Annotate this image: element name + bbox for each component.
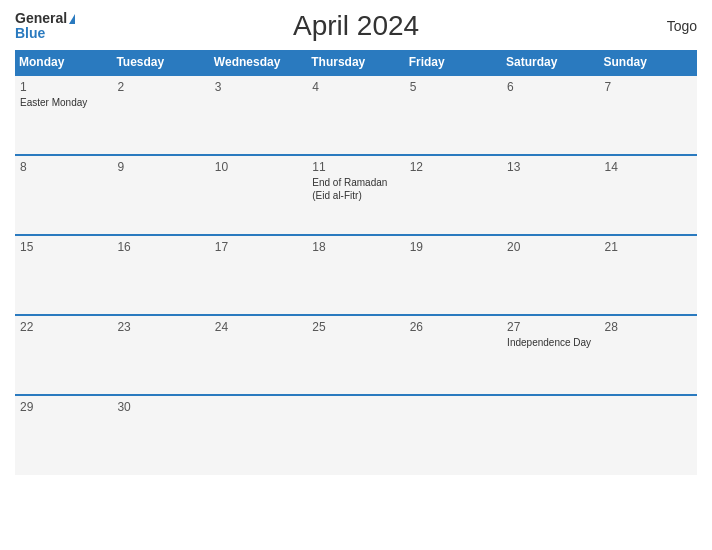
- header-wednesday: Wednesday: [210, 50, 307, 75]
- day-number: 13: [507, 160, 594, 174]
- calendar-table: Monday Tuesday Wednesday Thursday Friday…: [15, 50, 697, 475]
- calendar-day-cell: 12: [405, 155, 502, 235]
- calendar-day-cell: 27Independence Day: [502, 315, 599, 395]
- calendar-week-row: 1Easter Monday234567: [15, 75, 697, 155]
- calendar-day-cell: 22: [15, 315, 112, 395]
- day-number: 23: [117, 320, 204, 334]
- calendar-day-cell: [210, 395, 307, 475]
- calendar-day-cell: 10: [210, 155, 307, 235]
- header-thursday: Thursday: [307, 50, 404, 75]
- calendar-day-cell: 13: [502, 155, 599, 235]
- logo: General Blue: [15, 11, 75, 42]
- calendar-day-cell: 4: [307, 75, 404, 155]
- calendar-day-cell: 30: [112, 395, 209, 475]
- calendar-day-cell: 8: [15, 155, 112, 235]
- day-number: 2: [117, 80, 204, 94]
- logo-blue-text: Blue: [15, 26, 75, 41]
- day-number: 7: [605, 80, 692, 94]
- calendar-day-cell: 20: [502, 235, 599, 315]
- day-number: 30: [117, 400, 204, 414]
- calendar-day-cell: 17: [210, 235, 307, 315]
- calendar-day-cell: [405, 395, 502, 475]
- day-number: 11: [312, 160, 399, 174]
- calendar-day-cell: 14: [600, 155, 697, 235]
- calendar-week-row: 891011End of Ramadan (Eid al-Fitr)121314: [15, 155, 697, 235]
- event-text: End of Ramadan (Eid al-Fitr): [312, 177, 387, 201]
- header-tuesday: Tuesday: [112, 50, 209, 75]
- calendar-day-cell: 9: [112, 155, 209, 235]
- day-number: 16: [117, 240, 204, 254]
- calendar-day-cell: 16: [112, 235, 209, 315]
- day-number: 14: [605, 160, 692, 174]
- calendar-day-cell: 19: [405, 235, 502, 315]
- calendar-header: General Blue April 2024 Togo: [15, 10, 697, 42]
- day-number: 6: [507, 80, 594, 94]
- day-number: 1: [20, 80, 107, 94]
- day-number: 29: [20, 400, 107, 414]
- day-number: 24: [215, 320, 302, 334]
- calendar-day-cell: 5: [405, 75, 502, 155]
- header-sunday: Sunday: [600, 50, 697, 75]
- logo-general-text: General: [15, 11, 75, 26]
- calendar-day-cell: 3: [210, 75, 307, 155]
- day-number: 5: [410, 80, 497, 94]
- calendar-day-cell: 24: [210, 315, 307, 395]
- calendar-day-cell: [307, 395, 404, 475]
- calendar-day-cell: 25: [307, 315, 404, 395]
- weekday-header-row: Monday Tuesday Wednesday Thursday Friday…: [15, 50, 697, 75]
- calendar-week-row: 15161718192021: [15, 235, 697, 315]
- event-text: Easter Monday: [20, 97, 87, 108]
- day-number: 15: [20, 240, 107, 254]
- day-number: 28: [605, 320, 692, 334]
- calendar-day-cell: 11End of Ramadan (Eid al-Fitr): [307, 155, 404, 235]
- day-number: 10: [215, 160, 302, 174]
- day-number: 25: [312, 320, 399, 334]
- calendar-week-row: 2930: [15, 395, 697, 475]
- day-number: 3: [215, 80, 302, 94]
- header-friday: Friday: [405, 50, 502, 75]
- calendar-day-cell: 2: [112, 75, 209, 155]
- calendar-title: April 2024: [75, 10, 637, 42]
- day-number: 20: [507, 240, 594, 254]
- calendar-day-cell: [600, 395, 697, 475]
- event-text: Independence Day: [507, 337, 591, 348]
- calendar-body: 1Easter Monday234567891011End of Ramadan…: [15, 75, 697, 475]
- calendar-day-cell: 7: [600, 75, 697, 155]
- day-number: 19: [410, 240, 497, 254]
- day-number: 26: [410, 320, 497, 334]
- day-number: 4: [312, 80, 399, 94]
- calendar-day-cell: 15: [15, 235, 112, 315]
- calendar-day-cell: 28: [600, 315, 697, 395]
- calendar-day-cell: 29: [15, 395, 112, 475]
- calendar-day-cell: 18: [307, 235, 404, 315]
- calendar-page: General Blue April 2024 Togo Monday Tues…: [0, 0, 712, 550]
- day-number: 17: [215, 240, 302, 254]
- calendar-day-cell: 26: [405, 315, 502, 395]
- calendar-week-row: 222324252627Independence Day28: [15, 315, 697, 395]
- day-number: 9: [117, 160, 204, 174]
- calendar-day-cell: [502, 395, 599, 475]
- calendar-day-cell: 1Easter Monday: [15, 75, 112, 155]
- calendar-day-cell: 6: [502, 75, 599, 155]
- day-number: 18: [312, 240, 399, 254]
- day-number: 8: [20, 160, 107, 174]
- country-label: Togo: [637, 18, 697, 34]
- calendar-day-cell: 23: [112, 315, 209, 395]
- day-number: 21: [605, 240, 692, 254]
- calendar-day-cell: 21: [600, 235, 697, 315]
- header-monday: Monday: [15, 50, 112, 75]
- header-saturday: Saturday: [502, 50, 599, 75]
- day-number: 12: [410, 160, 497, 174]
- day-number: 22: [20, 320, 107, 334]
- day-number: 27: [507, 320, 594, 334]
